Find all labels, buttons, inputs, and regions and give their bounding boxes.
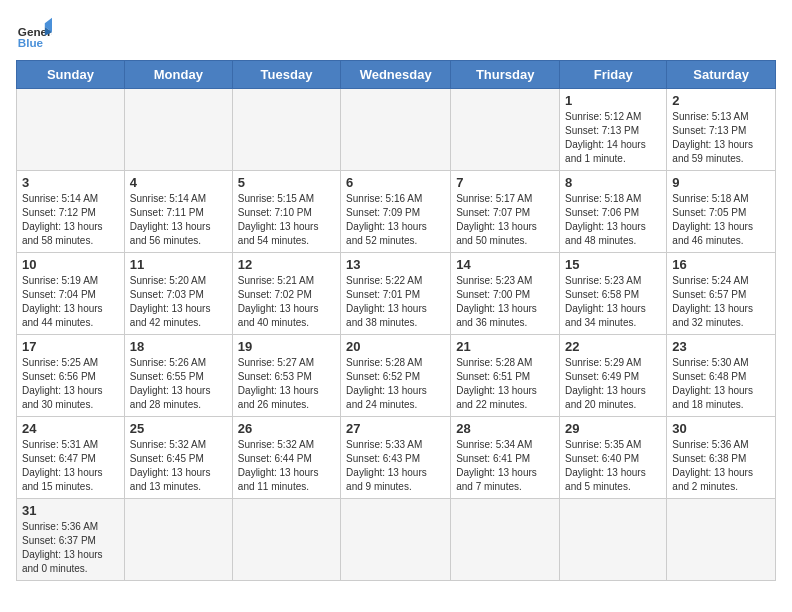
calendar-cell xyxy=(341,499,451,581)
calendar-cell: 21Sunrise: 5:28 AM Sunset: 6:51 PM Dayli… xyxy=(451,335,560,417)
day-number: 5 xyxy=(238,175,335,190)
day-number: 23 xyxy=(672,339,770,354)
day-number: 28 xyxy=(456,421,554,436)
day-info: Sunrise: 5:22 AM Sunset: 7:01 PM Dayligh… xyxy=(346,274,445,330)
calendar-cell xyxy=(124,89,232,171)
day-info: Sunrise: 5:18 AM Sunset: 7:05 PM Dayligh… xyxy=(672,192,770,248)
day-number: 6 xyxy=(346,175,445,190)
calendar-cell: 25Sunrise: 5:32 AM Sunset: 6:45 PM Dayli… xyxy=(124,417,232,499)
weekday-header-thursday: Thursday xyxy=(451,61,560,89)
day-number: 15 xyxy=(565,257,661,272)
day-number: 20 xyxy=(346,339,445,354)
calendar-cell: 26Sunrise: 5:32 AM Sunset: 6:44 PM Dayli… xyxy=(232,417,340,499)
logo: General Blue xyxy=(16,16,52,52)
day-number: 24 xyxy=(22,421,119,436)
day-number: 18 xyxy=(130,339,227,354)
logo-icon: General Blue xyxy=(16,16,52,52)
day-info: Sunrise: 5:28 AM Sunset: 6:51 PM Dayligh… xyxy=(456,356,554,412)
weekday-header-row: SundayMondayTuesdayWednesdayThursdayFrid… xyxy=(17,61,776,89)
day-number: 14 xyxy=(456,257,554,272)
day-number: 4 xyxy=(130,175,227,190)
day-number: 25 xyxy=(130,421,227,436)
day-info: Sunrise: 5:30 AM Sunset: 6:48 PM Dayligh… xyxy=(672,356,770,412)
calendar-cell: 31Sunrise: 5:36 AM Sunset: 6:37 PM Dayli… xyxy=(17,499,125,581)
svg-text:Blue: Blue xyxy=(18,36,44,49)
calendar-cell: 6Sunrise: 5:16 AM Sunset: 7:09 PM Daylig… xyxy=(341,171,451,253)
calendar-cell: 5Sunrise: 5:15 AM Sunset: 7:10 PM Daylig… xyxy=(232,171,340,253)
calendar-cell xyxy=(17,89,125,171)
calendar-cell: 7Sunrise: 5:17 AM Sunset: 7:07 PM Daylig… xyxy=(451,171,560,253)
day-info: Sunrise: 5:34 AM Sunset: 6:41 PM Dayligh… xyxy=(456,438,554,494)
day-info: Sunrise: 5:35 AM Sunset: 6:40 PM Dayligh… xyxy=(565,438,661,494)
day-number: 19 xyxy=(238,339,335,354)
calendar-cell: 22Sunrise: 5:29 AM Sunset: 6:49 PM Dayli… xyxy=(560,335,667,417)
calendar-cell: 20Sunrise: 5:28 AM Sunset: 6:52 PM Dayli… xyxy=(341,335,451,417)
day-info: Sunrise: 5:21 AM Sunset: 7:02 PM Dayligh… xyxy=(238,274,335,330)
calendar-cell: 17Sunrise: 5:25 AM Sunset: 6:56 PM Dayli… xyxy=(17,335,125,417)
calendar-cell xyxy=(232,89,340,171)
weekday-header-friday: Friday xyxy=(560,61,667,89)
day-number: 10 xyxy=(22,257,119,272)
calendar-cell xyxy=(124,499,232,581)
day-info: Sunrise: 5:36 AM Sunset: 6:37 PM Dayligh… xyxy=(22,520,119,576)
day-info: Sunrise: 5:29 AM Sunset: 6:49 PM Dayligh… xyxy=(565,356,661,412)
calendar-week-row: 10Sunrise: 5:19 AM Sunset: 7:04 PM Dayli… xyxy=(17,253,776,335)
calendar-cell: 1Sunrise: 5:12 AM Sunset: 7:13 PM Daylig… xyxy=(560,89,667,171)
calendar-cell: 18Sunrise: 5:26 AM Sunset: 6:55 PM Dayli… xyxy=(124,335,232,417)
calendar-cell: 29Sunrise: 5:35 AM Sunset: 6:40 PM Dayli… xyxy=(560,417,667,499)
day-number: 26 xyxy=(238,421,335,436)
calendar-table: SundayMondayTuesdayWednesdayThursdayFrid… xyxy=(16,60,776,581)
weekday-header-sunday: Sunday xyxy=(17,61,125,89)
day-number: 17 xyxy=(22,339,119,354)
day-info: Sunrise: 5:31 AM Sunset: 6:47 PM Dayligh… xyxy=(22,438,119,494)
day-number: 11 xyxy=(130,257,227,272)
calendar-cell: 16Sunrise: 5:24 AM Sunset: 6:57 PM Dayli… xyxy=(667,253,776,335)
calendar-cell xyxy=(667,499,776,581)
calendar-cell xyxy=(451,89,560,171)
calendar-cell: 27Sunrise: 5:33 AM Sunset: 6:43 PM Dayli… xyxy=(341,417,451,499)
calendar-cell xyxy=(451,499,560,581)
day-number: 27 xyxy=(346,421,445,436)
day-info: Sunrise: 5:27 AM Sunset: 6:53 PM Dayligh… xyxy=(238,356,335,412)
day-info: Sunrise: 5:19 AM Sunset: 7:04 PM Dayligh… xyxy=(22,274,119,330)
calendar-week-row: 3Sunrise: 5:14 AM Sunset: 7:12 PM Daylig… xyxy=(17,171,776,253)
calendar-cell: 14Sunrise: 5:23 AM Sunset: 7:00 PM Dayli… xyxy=(451,253,560,335)
day-number: 3 xyxy=(22,175,119,190)
calendar-cell: 23Sunrise: 5:30 AM Sunset: 6:48 PM Dayli… xyxy=(667,335,776,417)
day-info: Sunrise: 5:36 AM Sunset: 6:38 PM Dayligh… xyxy=(672,438,770,494)
calendar-cell xyxy=(232,499,340,581)
day-number: 13 xyxy=(346,257,445,272)
calendar-cell: 3Sunrise: 5:14 AM Sunset: 7:12 PM Daylig… xyxy=(17,171,125,253)
day-info: Sunrise: 5:20 AM Sunset: 7:03 PM Dayligh… xyxy=(130,274,227,330)
calendar-cell: 2Sunrise: 5:13 AM Sunset: 7:13 PM Daylig… xyxy=(667,89,776,171)
page-header: General Blue xyxy=(16,16,776,52)
day-info: Sunrise: 5:17 AM Sunset: 7:07 PM Dayligh… xyxy=(456,192,554,248)
calendar-cell: 24Sunrise: 5:31 AM Sunset: 6:47 PM Dayli… xyxy=(17,417,125,499)
day-number: 7 xyxy=(456,175,554,190)
calendar-cell xyxy=(560,499,667,581)
day-number: 29 xyxy=(565,421,661,436)
day-info: Sunrise: 5:15 AM Sunset: 7:10 PM Dayligh… xyxy=(238,192,335,248)
calendar-cell: 11Sunrise: 5:20 AM Sunset: 7:03 PM Dayli… xyxy=(124,253,232,335)
day-number: 2 xyxy=(672,93,770,108)
day-info: Sunrise: 5:25 AM Sunset: 6:56 PM Dayligh… xyxy=(22,356,119,412)
calendar-cell: 8Sunrise: 5:18 AM Sunset: 7:06 PM Daylig… xyxy=(560,171,667,253)
calendar-week-row: 24Sunrise: 5:31 AM Sunset: 6:47 PM Dayli… xyxy=(17,417,776,499)
calendar-cell: 10Sunrise: 5:19 AM Sunset: 7:04 PM Dayli… xyxy=(17,253,125,335)
day-info: Sunrise: 5:14 AM Sunset: 7:12 PM Dayligh… xyxy=(22,192,119,248)
weekday-header-wednesday: Wednesday xyxy=(341,61,451,89)
day-number: 30 xyxy=(672,421,770,436)
calendar-cell: 13Sunrise: 5:22 AM Sunset: 7:01 PM Dayli… xyxy=(341,253,451,335)
day-info: Sunrise: 5:13 AM Sunset: 7:13 PM Dayligh… xyxy=(672,110,770,166)
day-info: Sunrise: 5:28 AM Sunset: 6:52 PM Dayligh… xyxy=(346,356,445,412)
day-info: Sunrise: 5:32 AM Sunset: 6:44 PM Dayligh… xyxy=(238,438,335,494)
calendar-cell: 15Sunrise: 5:23 AM Sunset: 6:58 PM Dayli… xyxy=(560,253,667,335)
day-info: Sunrise: 5:16 AM Sunset: 7:09 PM Dayligh… xyxy=(346,192,445,248)
day-info: Sunrise: 5:24 AM Sunset: 6:57 PM Dayligh… xyxy=(672,274,770,330)
day-info: Sunrise: 5:23 AM Sunset: 7:00 PM Dayligh… xyxy=(456,274,554,330)
calendar-week-row: 1Sunrise: 5:12 AM Sunset: 7:13 PM Daylig… xyxy=(17,89,776,171)
day-info: Sunrise: 5:12 AM Sunset: 7:13 PM Dayligh… xyxy=(565,110,661,166)
calendar-cell: 4Sunrise: 5:14 AM Sunset: 7:11 PM Daylig… xyxy=(124,171,232,253)
day-info: Sunrise: 5:26 AM Sunset: 6:55 PM Dayligh… xyxy=(130,356,227,412)
day-info: Sunrise: 5:23 AM Sunset: 6:58 PM Dayligh… xyxy=(565,274,661,330)
